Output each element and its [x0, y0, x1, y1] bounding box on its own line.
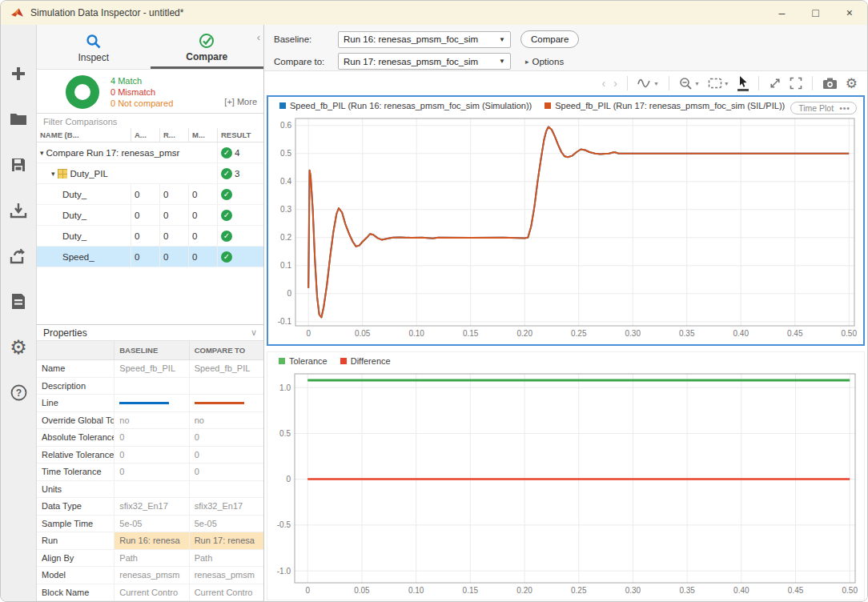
- import-icon[interactable]: [1, 187, 37, 233]
- property-label: Time Tolerance: [37, 464, 114, 480]
- forward-icon[interactable]: ›: [613, 77, 617, 90]
- col-rel[interactable]: R...: [159, 128, 188, 142]
- property-value: 0: [189, 464, 263, 480]
- compare-to-value: Run 17: renesas_pmsm_foc_sim: [344, 57, 478, 66]
- property-label: Name: [37, 360, 114, 377]
- compare-check-icon: [199, 33, 215, 49]
- table-row[interactable]: Duty_000✓: [37, 226, 263, 247]
- legend-swatch-icon: [340, 358, 347, 364]
- collapse-panel-icon[interactable]: ‹: [257, 31, 260, 43]
- table-row[interactable]: Duty_000✓: [37, 184, 263, 205]
- svg-text:0.30: 0.30: [625, 586, 641, 595]
- svg-text:0.10: 0.10: [408, 329, 424, 338]
- property-row: Modelrenesas_pmsmrenesas_pmsm: [37, 567, 263, 584]
- property-label: Units: [37, 481, 114, 498]
- table-row[interactable]: Speed_000✓: [37, 247, 263, 267]
- tolerance-cell: 0: [159, 226, 188, 246]
- col-name[interactable]: NAME (B...: [37, 130, 131, 139]
- cursor-icon[interactable]: [737, 75, 749, 91]
- filter-comparisons-input[interactable]: [37, 115, 263, 129]
- legend-item[interactable]: Tolerance: [279, 356, 328, 366]
- zoom-out-icon[interactable]: ▼: [679, 77, 700, 90]
- report-icon[interactable]: [1, 279, 37, 324]
- svg-text:0.5: 0.5: [280, 149, 291, 158]
- open-folder-icon[interactable]: [1, 96, 37, 142]
- svg-text:0: 0: [287, 289, 291, 298]
- result-cell: ✓: [217, 247, 263, 267]
- compare-to-label: Compare to:: [274, 57, 332, 66]
- match-count: 4 Match: [111, 75, 173, 86]
- svg-text:0.6: 0.6: [280, 121, 291, 130]
- svg-text:0: 0: [286, 475, 291, 484]
- legend-label: Speed_fb_PIL (Run 17: renesas_pmsm_foc_s…: [555, 101, 785, 110]
- match-check-icon: ✓: [221, 231, 232, 242]
- top-chart-plot[interactable]: 00.050.100.150.200.250.300.350.400.450.5…: [268, 114, 862, 341]
- time-plot-badge[interactable]: Time Plot • • •: [790, 102, 857, 114]
- fullscreen-icon[interactable]: [790, 77, 802, 90]
- svg-text:0.3: 0.3: [280, 205, 291, 214]
- legend-item[interactable]: Speed_fb_PIL (Run 17: renesas_pmsm_foc_s…: [545, 101, 785, 110]
- difference-plot-bottom[interactable]: ToleranceDifference 00.050.100.150.200.2…: [267, 351, 865, 600]
- col-max[interactable]: M...: [188, 128, 217, 142]
- preferences-gear-icon[interactable]: ⚙: [1, 324, 37, 370]
- options-expander[interactable]: ▸ Options: [525, 57, 564, 66]
- svg-text:0.20: 0.20: [516, 586, 532, 595]
- expand-icon[interactable]: [769, 77, 782, 90]
- baseline-select[interactable]: Run 16: renesas_pmsm_foc_sim ▼: [338, 31, 511, 48]
- svg-text:-0.5: -0.5: [277, 520, 291, 529]
- legend-item[interactable]: Difference: [340, 356, 391, 366]
- time-plot-menu-dots[interactable]: • • •: [839, 103, 849, 113]
- help-icon[interactable]: ?: [1, 370, 37, 415]
- minimize-button[interactable]: –: [779, 7, 786, 18]
- plot-settings-gear-icon[interactable]: ⚙: [846, 77, 858, 90]
- expander-icon[interactable]: ▾: [51, 170, 55, 178]
- property-value: 0: [189, 429, 263, 446]
- bottom-chart-plot[interactable]: 00.050.100.150.200.250.300.350.400.450.5…: [267, 370, 863, 598]
- property-row: Sample Time5e-055e-05: [37, 516, 263, 533]
- expander-icon[interactable]: ▾: [40, 149, 44, 157]
- table-row[interactable]: ▾Compare Run 17: renesas_pmsr✓4: [37, 142, 263, 163]
- bottom-chart-legend: ToleranceDifference: [267, 352, 864, 370]
- table-row[interactable]: Duty_000✓: [37, 205, 263, 226]
- time-plot-top[interactable]: Speed_fb_PIL (Run 16: renesas_pmsm_foc_s…: [267, 95, 865, 346]
- tab-compare[interactable]: Compare: [151, 25, 264, 69]
- export-icon[interactable]: [1, 233, 37, 279]
- col-abs[interactable]: A...: [131, 128, 159, 142]
- compare-button[interactable]: Compare: [520, 30, 579, 48]
- property-row: Relative Tolerance00: [37, 447, 263, 464]
- maximize-button[interactable]: □: [812, 7, 818, 18]
- svg-text:0.30: 0.30: [625, 329, 641, 338]
- property-row: Align ByPathPath: [37, 550, 263, 568]
- compare-to-select[interactable]: Run 17: renesas_pmsm_foc_sim ▼: [338, 53, 511, 70]
- svg-text:0.45: 0.45: [788, 586, 804, 595]
- legend-item[interactable]: Speed_fb_PIL (Run 16: renesas_pmsm_foc_s…: [279, 101, 532, 110]
- col-result[interactable]: RESULT: [217, 128, 263, 142]
- tolerance-cell: 0: [188, 226, 217, 246]
- svg-text:-1.0: -1.0: [277, 567, 291, 576]
- property-value: sfix32_En17: [189, 498, 263, 515]
- mismatch-count: 0 Mismatch: [111, 86, 173, 98]
- tab-inspect[interactable]: Inspect: [37, 25, 151, 69]
- close-button[interactable]: ×: [846, 7, 853, 18]
- property-value: Run 16: renesa: [114, 532, 188, 549]
- more-link[interactable]: [+] More: [224, 97, 257, 106]
- window-title: Simulation Data Inspector - untitled*: [30, 7, 779, 18]
- chevron-down-icon[interactable]: ∨: [251, 327, 257, 338]
- svg-text:0.25: 0.25: [571, 329, 587, 338]
- save-icon[interactable]: [1, 142, 37, 187]
- tolerance-cell: 0: [159, 184, 188, 204]
- table-row[interactable]: ▾Duty_PIL✓3: [37, 163, 263, 184]
- snapshot-camera-icon[interactable]: [822, 77, 838, 90]
- tab-inspect-label: Inspect: [78, 52, 109, 63]
- property-value: Path: [189, 550, 263, 567]
- back-icon[interactable]: ‹: [602, 77, 606, 90]
- matlab-logo-icon: [10, 6, 24, 20]
- svg-text:0: 0: [305, 586, 310, 595]
- property-value: Speed_fb_PIL: [114, 360, 188, 377]
- svg-text:1.0: 1.0: [279, 383, 291, 392]
- signal-options-icon[interactable]: ▼: [637, 77, 659, 90]
- fit-to-view-icon[interactable]: ▼: [708, 78, 729, 89]
- property-row: NameSpeed_fb_PILSpeed_fb_PIL: [37, 360, 263, 378]
- properties-header[interactable]: Properties ∨: [37, 324, 263, 341]
- add-icon[interactable]: [1, 50, 37, 96]
